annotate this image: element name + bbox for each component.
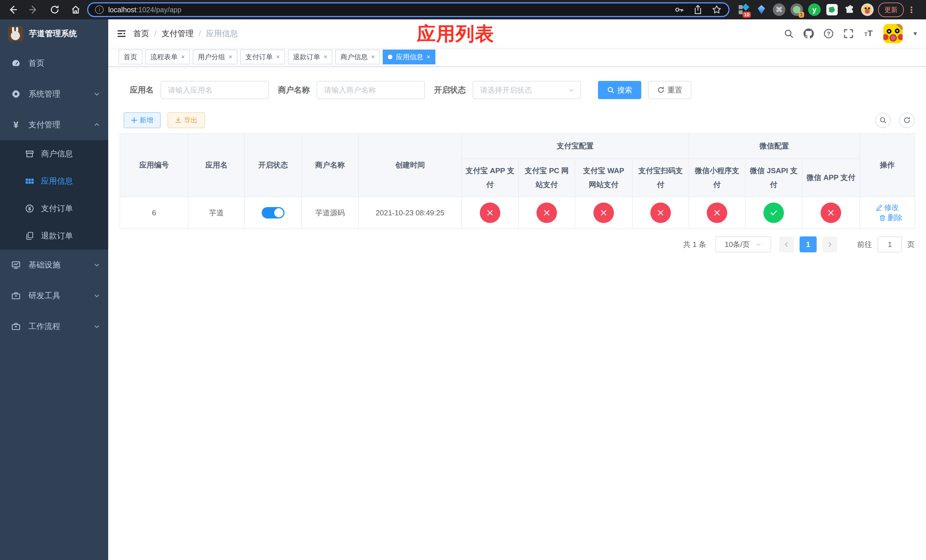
cell-actions: 修改 删除	[859, 197, 915, 229]
ext-gem-icon[interactable]	[755, 3, 768, 16]
toolbox-icon	[11, 291, 21, 300]
extensions-bar: 10 ⌘ 1 y	[737, 3, 874, 16]
breadcrumb-separator: /	[199, 29, 201, 38]
password-key-icon[interactable]	[674, 5, 684, 15]
cell-app-name: 芋道	[188, 197, 245, 229]
refresh-table-icon[interactable]	[899, 112, 915, 128]
table-toolbar: 新增 导出	[120, 112, 915, 128]
sidebar-logo[interactable]: 芋道管理系统	[0, 20, 108, 48]
help-icon[interactable]: ?	[823, 29, 834, 39]
breadcrumb-section[interactable]: 支付管理	[162, 28, 194, 39]
sidebar-item-payment[interactable]: ¥ 支付管理	[0, 109, 108, 140]
active-dot	[388, 55, 392, 59]
dashboard-icon	[11, 59, 21, 68]
ext-notes-icon[interactable]	[826, 3, 838, 16]
tag-home[interactable]: 首页	[118, 50, 142, 64]
yen-icon: ¥	[11, 120, 21, 129]
top-navbar: 首页 / 支付管理 / 应用信息 应用列表 ?	[108, 20, 926, 48]
app-name-label: 应用名	[130, 85, 154, 95]
sidebar-item-label: 基础设施	[29, 259, 61, 270]
share-icon[interactable]	[693, 5, 703, 15]
app-name-input[interactable]	[160, 81, 269, 99]
reload-icon[interactable]	[47, 2, 63, 18]
ext-y-icon[interactable]: y	[808, 3, 821, 16]
sidebar-item-pay-order[interactable]: 支付订单	[0, 195, 108, 222]
status-cross-icon	[536, 203, 557, 223]
sidebar-item-infrastructure[interactable]: 基础设施	[0, 250, 108, 280]
cell-alipay-qr	[632, 197, 689, 229]
close-icon[interactable]: ×	[228, 53, 232, 61]
ext-tampermonkey-icon[interactable]: 10	[737, 3, 750, 16]
github-icon[interactable]	[803, 29, 814, 39]
user-avatar[interactable]	[883, 24, 903, 43]
next-page-button[interactable]	[822, 236, 837, 252]
app-shell: 芋道管理系统 首页 系统管理 ¥ 支付管理	[0, 20, 926, 560]
reset-button[interactable]: 重置	[648, 81, 691, 99]
navbar-actions: ? TT ▼	[784, 24, 926, 43]
browser-toolbar: i localhost:1024/pay/app 10 ⌘ 1	[0, 0, 926, 20]
breadcrumb-home[interactable]: 首页	[133, 28, 149, 39]
col-wx-lite: 微信小程序支付	[689, 159, 745, 197]
prev-page-button[interactable]	[779, 236, 794, 252]
chevron-down-icon	[94, 262, 100, 268]
sidebar-item-label: 应用信息	[41, 176, 73, 186]
close-icon[interactable]: ×	[371, 53, 375, 61]
fullscreen-icon[interactable]	[843, 29, 854, 39]
col-group-alipay: 支付宝配置	[461, 133, 689, 159]
sidebar-item-merchant-info[interactable]: 商户信息	[0, 140, 108, 168]
sidebar-item-workflow[interactable]: 工作流程	[0, 311, 108, 342]
browser-update-button[interactable]: 更新	[878, 3, 904, 17]
tag-refund-order[interactable]: 退款订单×	[288, 50, 333, 64]
filter-form: 应用名 商户名称 开启状态 请选择开启状态 搜索	[120, 81, 915, 99]
status-cross-icon	[707, 203, 727, 223]
total-count: 共 1 条	[683, 239, 706, 250]
tag-merchant-info[interactable]: 商户信息×	[335, 50, 380, 64]
add-button[interactable]: 新增	[124, 112, 160, 128]
back-icon[interactable]	[5, 2, 21, 18]
breadcrumb-separator: /	[154, 29, 157, 38]
browser-menu-icon[interactable]: ⋮	[907, 5, 916, 15]
close-icon[interactable]: ×	[181, 53, 185, 61]
merchant-name-input[interactable]	[317, 81, 425, 99]
close-icon[interactable]: ×	[324, 53, 327, 61]
sidebar-item-refund-order[interactable]: 退款订单	[0, 222, 108, 250]
ext-recorder-icon[interactable]: 1	[790, 3, 803, 16]
ext-command-icon[interactable]: ⌘	[773, 3, 785, 16]
tag-pay-order[interactable]: 支付订单×	[240, 50, 285, 64]
status-select[interactable]: 请选择开启状态	[473, 81, 581, 99]
home-icon[interactable]	[68, 2, 84, 18]
bookmark-star-icon[interactable]	[712, 5, 722, 15]
font-size-icon[interactable]: TT	[863, 29, 874, 39]
close-icon[interactable]: ×	[427, 53, 430, 61]
forward-icon[interactable]	[26, 2, 42, 18]
toggle-search-icon[interactable]	[875, 112, 891, 128]
url-bar[interactable]: i localhost:1024/pay/app	[87, 2, 729, 17]
tag-process-form[interactable]: 流程表单×	[145, 50, 190, 64]
tag-user-group[interactable]: 用户分组×	[193, 50, 238, 64]
tag-app-info[interactable]: 应用信息×	[383, 50, 436, 64]
page-info-icon[interactable]: i	[95, 5, 104, 14]
edit-link[interactable]: 修改	[876, 203, 899, 212]
document-copy-icon	[25, 231, 34, 241]
sidebar-item-home[interactable]: 首页	[0, 48, 108, 79]
goto-page-input[interactable]	[878, 236, 902, 252]
status-toggle[interactable]	[262, 207, 284, 218]
page-number-button[interactable]: 1	[800, 236, 817, 252]
search-button[interactable]: 搜索	[598, 81, 641, 99]
page-content: 应用名 商户名称 开启状态 请选择开启状态 搜索	[108, 67, 926, 560]
avatar-caret-icon[interactable]: ▼	[912, 30, 918, 37]
search-icon[interactable]	[784, 29, 794, 39]
sidebar-item-app-info[interactable]: 应用信息	[0, 168, 108, 195]
export-button[interactable]: 导出	[168, 112, 205, 128]
extensions-puzzle-icon[interactable]	[843, 3, 856, 16]
close-icon[interactable]: ×	[276, 53, 280, 61]
breadcrumb-current: 应用信息	[206, 28, 238, 39]
sidebar-item-devtools[interactable]: 研发工具	[0, 280, 108, 311]
profile-emoji-icon[interactable]	[861, 3, 874, 16]
sidebar-item-label: 退款订单	[41, 230, 73, 241]
sidebar-item-system[interactable]: 系统管理	[0, 79, 108, 109]
cell-wx-lite	[689, 197, 745, 229]
sidebar-collapse-icon[interactable]	[108, 20, 133, 48]
page-size-select[interactable]: 10条/页	[715, 236, 771, 252]
delete-link[interactable]: 删除	[879, 213, 902, 223]
